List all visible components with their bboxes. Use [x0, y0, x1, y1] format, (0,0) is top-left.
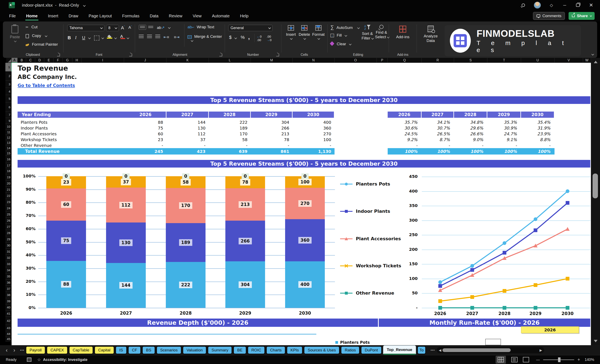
sheet-tab-be[interactable]: BE — [234, 346, 246, 354]
font-color-dropdown[interactable] — [127, 36, 130, 39]
row-header-16[interactable]: 16 — [5, 155, 12, 163]
table-cell-pct[interactable]: 24.7% — [487, 131, 517, 136]
alignment-dialog-launcher[interactable] — [219, 54, 222, 56]
row-header-35[interactable]: 35 — [5, 273, 12, 280]
horizontal-scrollbar[interactable]: ◀ ▶ — [437, 347, 544, 353]
tabs-prev-arrow[interactable]: ‹ — [6, 347, 8, 354]
row-header-2[interactable]: 2 — [5, 72, 12, 81]
row-header-19[interactable]: 19 — [5, 174, 12, 180]
restore-button[interactable] — [575, 2, 581, 8]
delete-cells-button[interactable]: ✕ Delete — [298, 25, 311, 40]
decrease-indent-button[interactable]: ⇤≡ — [164, 35, 169, 39]
legend-item-planters-pots[interactable]: Planters Pots — [340, 181, 390, 187]
increase-decimal-button[interactable]: ←0.00 — [257, 35, 262, 42]
orientation-dropdown[interactable] — [168, 26, 171, 29]
table-cell-pct[interactable]: 34.8% — [454, 120, 483, 125]
search-icon[interactable] — [521, 2, 526, 8]
table-cell-value[interactable]: 304 — [251, 120, 289, 125]
fill-color-button[interactable] — [107, 35, 112, 38]
ribbon-tab-page-layout[interactable]: Page Layout — [88, 12, 113, 20]
sheet-tab-top-revenue[interactable]: Top_Revenue — [383, 346, 416, 355]
table-cell-value[interactable]: 222 — [209, 120, 247, 125]
table-cell-value[interactable]: 266 — [251, 126, 289, 131]
page-layout-view-button[interactable] — [511, 357, 517, 362]
grow-font-button[interactable]: Aˆ — [121, 25, 125, 31]
fill-button[interactable]: ↓ Fill — [330, 33, 347, 38]
column-header-U[interactable]: U — [521, 58, 554, 63]
fill-color-dropdown[interactable] — [114, 36, 117, 39]
align-bottom-button[interactable] — [148, 26, 153, 28]
align-right-button[interactable] — [155, 35, 160, 38]
table-cell-pct[interactable]: - — [454, 143, 483, 148]
number-format-select[interactable]: General — [228, 25, 272, 31]
table-cell-value[interactable]: 58 — [209, 137, 247, 142]
column-header-W[interactable]: W — [583, 58, 591, 63]
column-header-I[interactable]: I — [82, 58, 124, 63]
chevron-down-icon[interactable] — [83, 4, 86, 7]
column-header-C[interactable]: C — [26, 58, 35, 63]
row-header-6[interactable]: 6 — [5, 102, 12, 112]
sheet-tab-to[interactable]: To — [417, 346, 426, 354]
table-cell-value[interactable]: 60 — [125, 131, 163, 136]
worksheet[interactable]: Top Revenue ABC Company Inc. Go to Table… — [12, 63, 591, 345]
scroll-up-arrow[interactable] — [594, 61, 598, 63]
table-cell-value[interactable]: 37 — [167, 137, 206, 142]
table-cell-pct[interactable]: 35.3% — [487, 120, 517, 125]
excel-app-icon[interactable] — [9, 2, 15, 8]
copy-button[interactable]: Copy — [26, 34, 47, 38]
row-header-9[interactable]: 9 — [5, 118, 12, 124]
table-cell-value[interactable]: 130 — [167, 126, 206, 131]
scroll-right-arrow[interactable]: ▶ — [540, 348, 542, 352]
bold-button[interactable]: B — [68, 35, 71, 40]
row-header-24[interactable]: 24 — [5, 205, 12, 211]
column-header-N[interactable]: N — [292, 58, 335, 63]
table-cell-pct[interactable]: 9.0% — [454, 137, 483, 142]
column-header-B[interactable]: B — [18, 58, 26, 63]
sheet-tab-dupont[interactable]: DuPont — [361, 346, 382, 354]
minimize-button[interactable]: ─ — [562, 2, 567, 8]
row-header-42[interactable]: 42 — [5, 317, 12, 325]
avatar[interactable] — [534, 2, 541, 9]
row-header-36[interactable]: 36 — [5, 280, 12, 286]
row-header-45[interactable]: 45 — [5, 336, 12, 341]
legend-item-other-revenue[interactable]: Other Revenue — [340, 291, 394, 296]
column-header-O[interactable]: O — [335, 58, 377, 63]
row-header-43[interactable]: 43 — [5, 325, 12, 331]
currency-dropdown[interactable] — [234, 36, 237, 39]
italic-button[interactable]: I — [75, 35, 76, 40]
row-header-14[interactable]: 14 — [5, 145, 12, 151]
table-cell-value[interactable]: 88 — [125, 120, 163, 125]
scroll-left-arrow[interactable]: ◀ — [439, 348, 441, 352]
clipboard-dialog-launcher[interactable] — [57, 54, 60, 56]
table-cell-value[interactable]: - — [209, 143, 247, 148]
row-header-17[interactable]: 17 — [5, 163, 12, 168]
addins-button[interactable]: Add-ins — [395, 26, 410, 39]
sheet-tab-roic[interactable]: ROIC — [248, 346, 265, 354]
row-header-44[interactable]: 44 — [5, 331, 12, 336]
align-middle-button[interactable] — [139, 25, 146, 30]
table-cell-pct[interactable]: 30.7% — [422, 126, 450, 131]
row-headers[interactable]: 1234567910111213141516171819202122232425… — [5, 63, 12, 341]
table-cell-pct[interactable]: 30.9% — [487, 126, 517, 131]
increase-indent-button[interactable]: ≡⇥ — [174, 35, 179, 39]
row-header-26[interactable]: 26 — [5, 218, 12, 224]
column-header-L[interactable]: L — [209, 58, 251, 63]
table-cell-value[interactable]: 270 — [292, 131, 331, 136]
format-painter-button[interactable]: Format Painter — [26, 42, 58, 47]
sheet-tab-summary[interactable]: Summary — [208, 346, 232, 354]
column-header-Q[interactable]: Q — [388, 58, 422, 63]
table-cell-value[interactable]: - — [125, 143, 163, 148]
sort-filter-button[interactable]: AZ Sort &Filter — [361, 25, 374, 40]
borders-dropdown[interactable] — [102, 36, 104, 39]
row-header-30[interactable]: 30 — [5, 242, 12, 248]
table-cell-value[interactable]: - — [292, 143, 331, 148]
tabs-overflow-dots[interactable]: ••• — [20, 348, 24, 352]
table-cell-pct[interactable]: 29.6% — [454, 126, 483, 131]
analyze-data-button[interactable]: AnalyzeData — [422, 26, 440, 43]
zoom-slider[interactable]: + — [543, 359, 574, 360]
legend-item-indoor-plants[interactable]: Indoor Plants — [340, 209, 390, 214]
table-cell-pct[interactable]: - — [521, 143, 550, 148]
table-cell-pct[interactable]: - — [487, 143, 517, 148]
collapse-ribbon-chevron[interactable] — [591, 53, 593, 56]
table-cell-pct[interactable]: 30.6% — [388, 126, 417, 131]
